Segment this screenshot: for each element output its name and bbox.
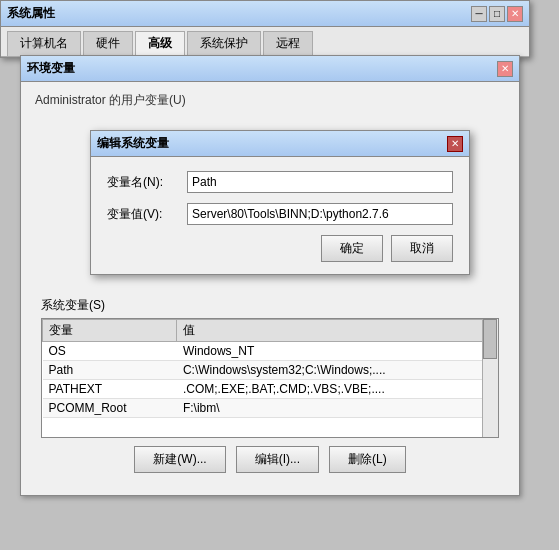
table-row[interactable]: OSWindows_NT [43, 342, 498, 361]
var-name-input[interactable] [187, 171, 453, 193]
sys-props-title: 系统属性 [7, 5, 55, 22]
maximize-button[interactable]: □ [489, 6, 505, 22]
env-vars-titlebar: 环境变量 ✕ [21, 56, 519, 82]
env-vars-title: 环境变量 [27, 60, 75, 77]
tab-advanced[interactable]: 高级 [135, 31, 185, 56]
edit-dialog: 编辑系统变量 ✕ 变量名(N): 变量值(V): 确定 取消 [90, 130, 470, 275]
sys-vars-table: 变量 值 OSWindows_NTPathC:\Windows\system32… [42, 319, 498, 418]
var-value-cell: F:\ibm\ [177, 399, 498, 418]
sys-vars-buttons: 新建(W)... 编辑(I)... 删除(L) [41, 438, 499, 481]
var-value-input[interactable] [187, 203, 453, 225]
tab-computer-name[interactable]: 计算机名 [7, 31, 81, 56]
edit-dialog-titlebar: 编辑系统变量 ✕ [91, 131, 469, 157]
var-value-row: 变量值(V): [107, 203, 453, 225]
var-name-cell: PCOMM_Root [43, 399, 177, 418]
tab-remote[interactable]: 远程 [263, 31, 313, 56]
col-header-value: 值 [177, 320, 498, 342]
var-name-cell: Path [43, 361, 177, 380]
sys-props-titlebar: 系统属性 ─ □ ✕ [1, 1, 529, 27]
edit-dialog-buttons: 确定 取消 [107, 235, 453, 262]
sys-vars-label: 系统变量(S) [41, 297, 499, 314]
delete-sys-var-button[interactable]: 删除(L) [329, 446, 406, 473]
ok-button[interactable]: 确定 [321, 235, 383, 262]
edit-dialog-title: 编辑系统变量 [97, 135, 169, 152]
scrollbar-track[interactable] [482, 319, 498, 437]
var-name-cell: PATHEXT [43, 380, 177, 399]
minimize-button[interactable]: ─ [471, 6, 487, 22]
scrollbar-thumb[interactable] [483, 319, 497, 359]
sys-vars-table-wrapper: 变量 值 OSWindows_NTPathC:\Windows\system32… [41, 318, 499, 438]
table-row[interactable]: PathC:\Windows\system32;C:\Windows;.... [43, 361, 498, 380]
var-name-label: 变量名(N): [107, 174, 187, 191]
sys-props-titlebar-buttons: ─ □ ✕ [471, 6, 523, 22]
tabs-bar: 计算机名 硬件 高级 系统保护 远程 [1, 27, 529, 57]
table-row[interactable]: PCOMM_RootF:\ibm\ [43, 399, 498, 418]
env-vars-window: 环境变量 ✕ Administrator 的用户变量(U) 系统变量(S) 变量… [20, 55, 520, 496]
edit-dialog-body: 变量名(N): 变量值(V): 确定 取消 [91, 157, 469, 274]
var-name-cell: OS [43, 342, 177, 361]
close-button[interactable]: ✕ [507, 6, 523, 22]
env-vars-close-button[interactable]: ✕ [497, 61, 513, 77]
var-value-label: 变量值(V): [107, 206, 187, 223]
edit-dialog-close-button[interactable]: ✕ [447, 136, 463, 152]
table-row[interactable]: PATHEXT.COM;.EXE;.BAT;.CMD;.VBS;.VBE;...… [43, 380, 498, 399]
new-sys-var-button[interactable]: 新建(W)... [134, 446, 225, 473]
sys-props-window: 系统属性 ─ □ ✕ 计算机名 硬件 高级 系统保护 远程 [0, 0, 530, 58]
var-name-row: 变量名(N): [107, 171, 453, 193]
var-value-cell: Windows_NT [177, 342, 498, 361]
tab-system-protection[interactable]: 系统保护 [187, 31, 261, 56]
sys-vars-section: 系统变量(S) 变量 值 OSWindows_NTPathC:\Windows\… [31, 291, 509, 487]
tab-hardware[interactable]: 硬件 [83, 31, 133, 56]
var-value-cell: C:\Windows\system32;C:\Windows;.... [177, 361, 498, 380]
env-user-section-label: Administrator 的用户变量(U) [31, 90, 509, 111]
edit-sys-var-button[interactable]: 编辑(I)... [236, 446, 319, 473]
cancel-button[interactable]: 取消 [391, 235, 453, 262]
var-value-cell: .COM;.EXE;.BAT;.CMD;.VBS;.VBE;.... [177, 380, 498, 399]
col-header-name: 变量 [43, 320, 177, 342]
